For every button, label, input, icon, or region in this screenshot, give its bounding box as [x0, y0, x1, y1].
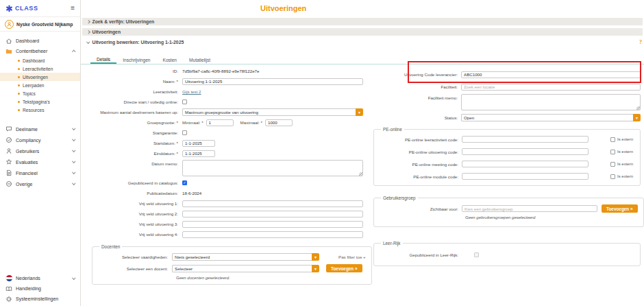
gepubliceerd-catalogus-checkbox[interactable]: ✓	[182, 180, 187, 185]
datum-memo-textarea[interactable]	[182, 160, 363, 176]
check-circle-icon	[5, 137, 12, 143]
sidebar-subitem-uitvoeringen[interactable]: Uitvoeringen	[0, 73, 80, 81]
sidebar-item-handleiding[interactable]: Handleiding	[0, 283, 80, 294]
vrij-veld-3-input[interactable]	[182, 221, 363, 228]
sidebar-item-evaluaties[interactable]: Evaluaties	[0, 156, 80, 167]
sidebar-subitem-resources[interactable]: Resources	[0, 106, 80, 114]
minimaal-input[interactable]	[206, 119, 234, 126]
docenten-section: Docenten Selecteer vaardigheden: Niets g…	[92, 244, 372, 285]
startgarantie-checkbox[interactable]	[182, 130, 187, 135]
caret-down-icon[interactable]: ▾	[312, 265, 319, 272]
caret-down-icon[interactable]: ▾	[356, 108, 363, 116]
einddatum-input[interactable]	[182, 150, 215, 157]
vrij-veld-1-input[interactable]	[182, 200, 363, 207]
vrij-veld-4-label: Vrij veld uitvoering 4:	[92, 232, 182, 237]
leeractiviteit-link[interactable]: Gijs test 2	[182, 89, 201, 94]
resize-handle-icon[interactable]	[636, 106, 640, 110]
language-selector[interactable]: Nederlands	[0, 273, 80, 283]
gepubliceerd-leer-rijk-checkbox[interactable]	[474, 252, 479, 257]
accordion-zoek-verfijn[interactable]: Zoek & verfijn: Uitvoeringen	[82, 18, 643, 25]
tab-mutatielijst[interactable]: Mutatielijst	[183, 56, 216, 64]
pe-meeting-extern-checkbox[interactable]	[610, 162, 615, 167]
sidebar-item-dashboard[interactable]: Dashboard	[0, 36, 80, 46]
hamburger-menu-icon[interactable]: ≡	[71, 5, 75, 12]
leeractiviteit-label: Leeractiviteit:	[92, 89, 182, 94]
code-leverancier-input[interactable]	[461, 71, 641, 78]
docent-toevoegen-button[interactable]: Toevoegen »	[326, 264, 362, 272]
sidebar-subitem-tekstpaginas[interactable]: Tekstpagina's	[0, 97, 80, 106]
sidebar-subitem-label: Leerpaden	[23, 83, 45, 88]
pe-leeractiviteit-extern-checkbox[interactable]	[610, 137, 615, 142]
sidebar-subitem-topics[interactable]: Topics	[0, 89, 80, 97]
code-leverancier-label: Uitvoering Code leverancier:	[373, 72, 461, 77]
bullet-icon	[18, 84, 20, 86]
tab-kosten[interactable]: Kosten	[156, 56, 183, 64]
maximaal-input[interactable]	[265, 119, 293, 126]
sidebar-item-gebruikers[interactable]: Gebruikers	[0, 145, 80, 156]
caret-down-icon[interactable]: ▾	[312, 253, 319, 261]
tab-details[interactable]: Details	[90, 56, 116, 64]
max-deelnemers-label: Maximum aantal deelnemers baseren op:	[92, 110, 182, 115]
sidebar-subitem-leerpaden[interactable]: Leerpaden	[0, 81, 80, 89]
pe-leeractiviteit-input[interactable]	[462, 136, 589, 143]
folder-icon	[5, 48, 12, 55]
sidebar-item-label: Gebruikers	[16, 149, 69, 154]
person-icon	[5, 148, 12, 154]
einddatum-label: Einddatum: *	[92, 151, 182, 156]
tab-inschrijvingen[interactable]: Inschrijvingen	[116, 56, 156, 64]
max-deelnemers-select[interactable]: Maximum groepsgrootte van uitvoering ▾	[182, 108, 363, 116]
chevron-right-icon	[86, 30, 90, 34]
sidebar-item-contentbeheer[interactable]: Contentbeheer	[0, 46, 80, 56]
chevron-down-icon	[72, 171, 75, 174]
faciliteit-memo-textarea[interactable]	[461, 94, 641, 110]
vrij-veld-2-input[interactable]	[182, 211, 363, 217]
naam-input[interactable]	[182, 78, 363, 85]
chevron-down-icon	[72, 127, 75, 130]
startdatum-input[interactable]	[182, 140, 215, 147]
chevron-down-icon	[72, 182, 75, 185]
accordion-label: Uitvoeringen	[92, 30, 121, 34]
pe-online-legend: PE-online	[381, 127, 404, 132]
directe-start-checkbox[interactable]	[182, 99, 187, 104]
leer-rijk-legend: Leer-Rijk	[381, 241, 403, 246]
pe-uitvoering-extern-checkbox[interactable]	[610, 150, 615, 154]
pe-module-extern-checkbox[interactable]	[610, 174, 615, 179]
sidebar-item-systeeminstellingen[interactable]: Systeeminstellingen	[0, 294, 80, 304]
sidebar-subitem-leeractiviteiten[interactable]: Leeractiviteiten	[0, 64, 80, 73]
pe-leeractiviteit-label: PE-online leeractiviteit code:	[380, 137, 462, 142]
user-profile[interactable]: Nyske Grootveld Nijkamp	[0, 16, 80, 32]
pe-module-input[interactable]	[462, 173, 589, 180]
accordion-uitvoeringen[interactable]: Uitvoeringen	[82, 28, 643, 36]
pas-filter-toe-link[interactable]: Pas filter toe +	[338, 255, 366, 259]
status-select[interactable]: Open ▾	[461, 114, 641, 121]
accordion-uitvoering-bewerken[interactable]: Uitvoering bewerken: Uitvoering 1-1-2025…	[82, 38, 643, 46]
pe-meeting-input[interactable]	[462, 161, 589, 167]
caret-down-icon[interactable]: ▾	[633, 114, 641, 121]
docenten-empty-text: Geen docenten geselecteerd.	[98, 276, 366, 280]
is-extern-label: Is extern	[617, 174, 633, 178]
main-content: Uitvoeringen Zoek & verfijn: Uitvoeringe…	[81, 0, 644, 306]
id-value: 7d5bf9a7-ca8c-40f9-8892-e9e78f122e7e	[182, 69, 260, 73]
gebruikersgroep-input[interactable]	[462, 205, 597, 212]
sidebar-item-label: Compliancy	[16, 138, 69, 143]
form-column-right: Uitvoering Code leverancier: Faciliteit:…	[373, 64, 641, 266]
sidebar-item-label: Deelname	[16, 127, 69, 132]
sidebar-item-financieel[interactable]: Financieel	[0, 167, 80, 178]
groepsgrootte-label: Groepsgrootte: *	[92, 120, 182, 125]
docent-select[interactable]: Selecteer ▾	[172, 265, 319, 272]
sidebar-item-compliancy[interactable]: Compliancy	[0, 134, 80, 145]
startdatum-label: Startdatum: *	[92, 141, 182, 145]
resize-handle-icon[interactable]	[359, 172, 362, 176]
help-icon[interactable]: ?	[639, 39, 642, 45]
pe-uitvoering-input[interactable]	[462, 148, 589, 155]
select-value: Niets geselecteerd	[172, 253, 312, 261]
sidebar-item-overige[interactable]: Overige	[0, 178, 80, 189]
sidebar-item-deelname[interactable]: Deelname	[0, 123, 80, 134]
faciliteit-input[interactable]	[461, 84, 641, 91]
vrij-veld-4-input[interactable]	[182, 231, 363, 238]
faciliteit-label: Faciliteit:	[373, 84, 461, 89]
vaardigheden-select[interactable]: Niets geselecteerd ▾	[172, 253, 319, 261]
gebruikersgroep-toevoegen-button[interactable]: Toevoegen »	[602, 204, 638, 213]
sidebar-bottom: Nederlands Handleiding Syste	[0, 273, 80, 306]
sidebar-subitem-dashboard[interactable]: Dashboard	[0, 56, 80, 64]
